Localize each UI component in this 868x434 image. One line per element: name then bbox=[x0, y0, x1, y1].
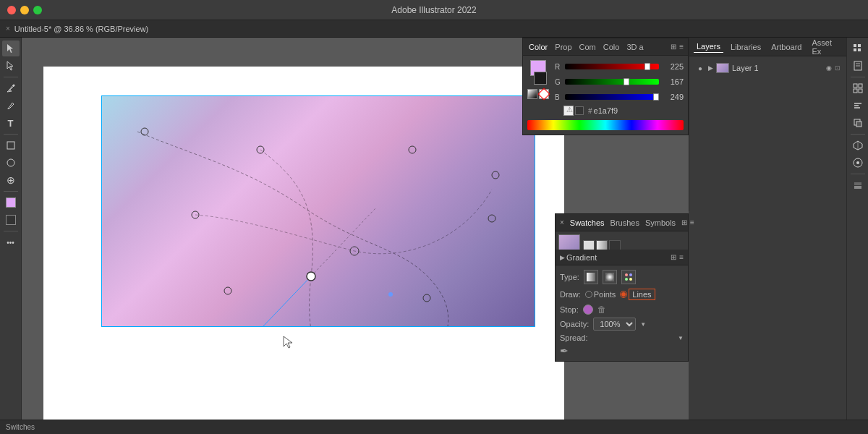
layer-lock-icon[interactable]: ⊡ bbox=[835, 64, 841, 72]
swatches-menu-icon[interactable]: ≡ bbox=[690, 218, 694, 226]
sidebar-transform-btn[interactable] bbox=[849, 115, 867, 131]
tab-com[interactable]: Com bbox=[578, 43, 597, 51]
layer-expand-arrow[interactable]: ▶ bbox=[708, 64, 713, 72]
ellipse-tool[interactable] bbox=[2, 155, 20, 171]
gradient-expand-icon[interactable]: ⊞ bbox=[671, 253, 676, 261]
hex-value: e1a7f9 bbox=[594, 106, 618, 115]
tab-colo[interactable]: Colo bbox=[602, 43, 621, 51]
tab-layers[interactable]: Layers bbox=[694, 41, 723, 53]
svg-rect-42 bbox=[856, 122, 861, 127]
svg-marker-20 bbox=[284, 336, 292, 348]
mesh-svg bbox=[101, 95, 535, 327]
gradient-menu-icon[interactable]: ≡ bbox=[679, 253, 684, 261]
black-swatch[interactable] bbox=[575, 106, 584, 115]
sidebar-layer-btn[interactable] bbox=[849, 177, 867, 193]
tab-color[interactable]: Color bbox=[527, 43, 549, 51]
none-swatch[interactable] bbox=[539, 89, 549, 99]
mini-swatch-3[interactable] bbox=[609, 240, 621, 250]
stop-color-swatch[interactable] bbox=[583, 305, 593, 315]
direct-select-tool[interactable] bbox=[2, 58, 20, 74]
sidebar-separator-2 bbox=[851, 134, 865, 135]
right-sidebar bbox=[846, 38, 868, 434]
g-slider-thumb[interactable] bbox=[624, 78, 629, 85]
lines-radio[interactable]: Lines bbox=[620, 289, 655, 300]
svg-point-13 bbox=[307, 272, 315, 281]
tab-prop[interactable]: Prop bbox=[553, 43, 573, 51]
tab-artboard[interactable]: Artboard bbox=[768, 41, 804, 53]
artwork[interactable] bbox=[101, 95, 535, 327]
panel-expand-icon[interactable]: ⊞ bbox=[671, 43, 676, 51]
tab-libraries[interactable]: Libraries bbox=[728, 41, 764, 53]
sidebar-align-btn[interactable] bbox=[849, 98, 867, 114]
select-tool[interactable] bbox=[2, 41, 20, 56]
stop-delete-btn[interactable]: 🗑 bbox=[597, 305, 606, 315]
layer-thumbnail bbox=[716, 63, 729, 73]
draw-label: Draw: bbox=[560, 290, 581, 299]
spread-dropdown-icon[interactable]: ▼ bbox=[678, 335, 684, 341]
gradient-swatch[interactable] bbox=[527, 89, 537, 99]
freeform-gradient-btn[interactable] bbox=[621, 270, 636, 284]
fill-swatch[interactable] bbox=[2, 195, 20, 210]
gradient-header: ▶ Gradient ⊞ ≡ bbox=[556, 250, 688, 265]
r-slider-thumb[interactable] bbox=[644, 63, 650, 70]
sidebar-circle-btn[interactable] bbox=[849, 155, 867, 171]
mini-swatch-1[interactable] bbox=[583, 240, 595, 250]
layers-panel: Layers Libraries Artboard Asset Ex ● ▶ L… bbox=[689, 38, 846, 211]
svg-rect-28 bbox=[858, 44, 861, 47]
color-spectrum[interactable] bbox=[527, 120, 684, 130]
layer-visibility-icon[interactable]: ● bbox=[695, 63, 705, 73]
warning-icon[interactable]: ⚠ bbox=[563, 106, 574, 116]
r-slider[interactable] bbox=[565, 64, 659, 69]
bottom-toolbar: Switches bbox=[0, 420, 868, 434]
points-radio[interactable]: Points bbox=[585, 290, 616, 299]
gradient-panel-arrow[interactable]: ▶ bbox=[560, 254, 565, 261]
background-color-swatch[interactable] bbox=[534, 72, 547, 85]
pen-tool[interactable] bbox=[2, 80, 20, 96]
opacity-dropdown-icon[interactable]: ▼ bbox=[640, 321, 646, 328]
tab-3da[interactable]: 3D a bbox=[625, 43, 644, 51]
more-tools-btn[interactable]: ••• bbox=[2, 234, 20, 250]
sidebar-doc-btn[interactable] bbox=[849, 58, 867, 74]
type-tool[interactable]: T bbox=[2, 115, 20, 131]
sidebar-grid-btn[interactable] bbox=[849, 80, 867, 96]
gradient-pen-icon[interactable]: ✒ bbox=[560, 345, 569, 357]
sidebar-3d-btn[interactable] bbox=[849, 137, 867, 153]
panel-menu-icon[interactable]: ≡ bbox=[679, 43, 684, 51]
r-value: 225 bbox=[662, 62, 684, 71]
tab-symbols[interactable]: Symbols bbox=[645, 218, 676, 227]
swatches-expand-icon[interactable]: ⊞ bbox=[681, 218, 687, 226]
svg-point-4 bbox=[7, 159, 14, 166]
maximize-button[interactable] bbox=[33, 6, 42, 14]
zoom-tool[interactable]: ⊕ bbox=[2, 172, 20, 188]
hex-label: # bbox=[588, 107, 592, 115]
pencil-tool[interactable] bbox=[2, 98, 20, 114]
shape-tool[interactable] bbox=[2, 137, 20, 153]
mini-swatch-2[interactable] bbox=[596, 240, 608, 250]
g-slider[interactable] bbox=[565, 79, 659, 85]
minimize-button[interactable] bbox=[20, 6, 29, 14]
panel-close-btn[interactable]: × bbox=[560, 218, 564, 226]
tab-asset-ex[interactable]: Asset Ex bbox=[809, 37, 842, 57]
b-slider[interactable] bbox=[565, 94, 659, 100]
stroke-swatch[interactable] bbox=[2, 212, 20, 228]
tab-swatches[interactable]: Swatches bbox=[570, 218, 605, 227]
stop-label: Stop: bbox=[560, 305, 579, 314]
layer-visibility-toggle[interactable]: ◉ bbox=[826, 64, 832, 72]
sidebar-properties-btn[interactable] bbox=[849, 41, 867, 56]
linear-gradient-btn[interactable] bbox=[584, 270, 598, 284]
close-button[interactable] bbox=[7, 6, 16, 14]
tab-bar: × Untitled-5* @ 36.86 % (RGB/Preview) bbox=[0, 20, 868, 38]
lines-radio-circle[interactable] bbox=[620, 291, 627, 298]
points-radio-circle[interactable] bbox=[585, 291, 592, 298]
b-slider-thumb[interactable] bbox=[653, 93, 659, 101]
opacity-label: Opacity: bbox=[560, 320, 589, 328]
svg-rect-47 bbox=[854, 186, 861, 189]
opacity-select[interactable]: 100% 75% 50% 25% bbox=[593, 318, 636, 331]
sidebar-separator-3 bbox=[851, 174, 865, 174]
tab-close-icon[interactable]: × bbox=[6, 25, 10, 33]
tab-brushes[interactable]: Brushes bbox=[610, 218, 639, 227]
svg-point-5 bbox=[141, 128, 148, 135]
document-tab[interactable]: Untitled-5* @ 36.86 % (RGB/Preview) bbox=[14, 25, 148, 33]
radial-gradient-btn[interactable] bbox=[603, 270, 617, 284]
g-value: 167 bbox=[662, 77, 684, 86]
